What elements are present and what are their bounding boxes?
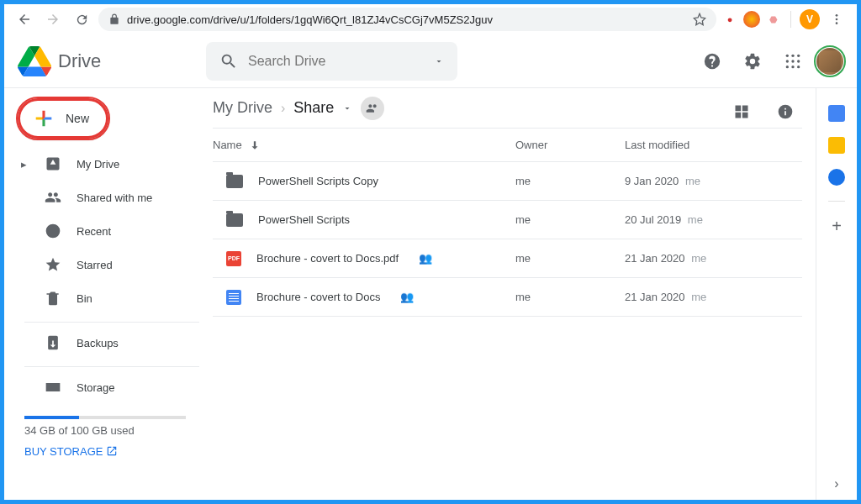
new-button[interactable]: New	[18, 98, 108, 139]
sidebar-item-backups[interactable]: Backups	[4, 326, 199, 360]
buy-storage-label: BUY STORAGE	[24, 445, 103, 458]
storage-usage-text: 34 GB of 100 GB used	[24, 424, 186, 437]
svg-point-3	[786, 54, 789, 56]
shared-indicator[interactable]	[361, 97, 384, 120]
file-owner: me	[515, 291, 625, 303]
forward-button[interactable]	[41, 8, 65, 31]
svg-point-1	[836, 18, 838, 21]
file-modified: 21 Jan 2020 me	[625, 252, 802, 265]
extension-icon-1[interactable]: ●	[721, 11, 738, 28]
side-panel: + ›	[816, 88, 857, 500]
chrome-profile-avatar[interactable]: V	[800, 9, 820, 29]
col-name-label: Name	[213, 139, 242, 151]
expand-icon[interactable]: ▸	[21, 158, 29, 171]
drive-header: Drive	[4, 34, 857, 88]
storage-fill	[24, 416, 79, 419]
details-button[interactable]	[769, 95, 802, 129]
support-button[interactable]	[695, 45, 729, 78]
app-name: Drive	[58, 50, 101, 72]
back-button[interactable]	[13, 8, 36, 31]
collapse-sidepanel-button[interactable]: ›	[834, 476, 838, 491]
breadcrumb-current[interactable]: Share	[293, 99, 334, 117]
backups-icon	[45, 334, 61, 351]
star-icon[interactable]	[693, 13, 706, 26]
apps-button[interactable]	[776, 45, 810, 78]
file-row[interactable]: PDFBrochure - covert to Docs.pdf👥me21 Ja…	[213, 239, 802, 278]
calendar-addon-icon[interactable]	[828, 105, 845, 122]
col-owner-header[interactable]: Owner	[515, 139, 625, 151]
search-input[interactable]	[248, 54, 424, 69]
bin-icon	[45, 290, 61, 307]
file-row[interactable]: Brochure - covert to Docs👥me21 Jan 2020 …	[213, 278, 802, 317]
sidebar-item-label: Starred	[77, 259, 113, 271]
sidebar-item-starred[interactable]: Starred	[4, 248, 199, 281]
svg-point-11	[797, 66, 800, 68]
file-modified: 20 Jul 2019 me	[625, 213, 802, 226]
file-owner: me	[515, 213, 625, 226]
sidebar-item-label: Bin	[77, 292, 92, 305]
file-modified: 21 Jan 2020 me	[625, 291, 802, 303]
sidebar-item-bin[interactable]: Bin	[4, 281, 199, 315]
sidebar-item-label: My Drive	[77, 158, 119, 171]
divider	[24, 366, 199, 367]
extension-icon-2[interactable]	[743, 11, 760, 28]
file-name: PowerShell Scripts Copy	[258, 175, 378, 187]
chrome-menu-button[interactable]	[825, 8, 848, 31]
sidebar-item-label: Storage	[77, 381, 115, 394]
file-modified: 9 Jan 2020 me	[625, 175, 802, 187]
storage-icon	[45, 379, 61, 396]
settings-button[interactable]	[736, 45, 769, 78]
svg-point-6	[786, 60, 789, 62]
keep-addon-icon[interactable]	[828, 137, 845, 154]
external-link-icon	[106, 445, 118, 457]
sidebar-item-label: Shared with me	[77, 192, 152, 204]
star-icon	[45, 256, 61, 273]
folder-icon	[226, 175, 243, 188]
sidebar-item-mydrive[interactable]: ▸ My Drive	[4, 147, 199, 181]
sidebar-item-storage[interactable]: Storage	[4, 370, 199, 404]
breadcrumb: My Drive › Share	[213, 88, 802, 129]
buy-storage-link[interactable]: BUY STORAGE	[24, 445, 118, 458]
get-addons-button[interactable]: +	[832, 217, 842, 236]
pdf-icon: PDF	[226, 251, 241, 266]
account-avatar[interactable]	[816, 48, 843, 75]
file-name: Brochure - covert to Docs	[256, 291, 380, 303]
search-box[interactable]	[206, 42, 457, 81]
new-button-label: New	[66, 112, 89, 125]
chevron-down-icon[interactable]	[342, 103, 352, 113]
main-area: New ▸ My Drive Shared with me Recent Sta…	[4, 88, 857, 500]
file-row[interactable]: PowerShell Scripts Copyme9 Jan 2020 me	[213, 162, 802, 201]
folder-icon	[226, 213, 243, 227]
browser-toolbar: drive.google.com/drive/u/1/folders/1gqWi…	[4, 4, 857, 34]
svg-point-9	[786, 66, 789, 68]
tasks-addon-icon[interactable]	[828, 169, 845, 186]
sidebar-item-recent[interactable]: Recent	[4, 214, 199, 248]
grid-view-button[interactable]	[725, 95, 758, 129]
address-bar[interactable]: drive.google.com/drive/u/1/folders/1gqWi…	[98, 8, 716, 31]
plus-icon	[32, 107, 55, 130]
sort-arrow-icon[interactable]	[249, 139, 261, 151]
breadcrumb-root[interactable]: My Drive	[213, 99, 272, 117]
file-name: PowerShell Scripts	[258, 213, 350, 226]
sidebar-item-label: Recent	[77, 225, 111, 238]
col-name-header[interactable]: Name	[213, 139, 515, 151]
extension-icon-3[interactable]: ⬣	[765, 11, 782, 28]
shared-icon	[45, 189, 61, 206]
drive-logo-icon	[18, 45, 51, 78]
svg-point-10	[791, 66, 794, 68]
recent-icon	[45, 223, 61, 239]
url-text: drive.google.com/drive/u/1/folders/1gqWi…	[127, 13, 686, 26]
reload-button[interactable]	[70, 8, 93, 31]
lock-icon	[108, 13, 120, 25]
search-dropdown-icon[interactable]	[434, 56, 444, 66]
shared-icon: 👥	[400, 291, 414, 303]
search-icon	[219, 52, 238, 71]
col-modified-header[interactable]: Last modified	[625, 139, 802, 151]
drive-logo[interactable]: Drive	[18, 45, 199, 78]
column-headers: Name Owner Last modified	[213, 129, 802, 162]
divider	[828, 201, 845, 202]
file-row[interactable]: PowerShell Scriptsme20 Jul 2019 me	[213, 201, 802, 239]
mydrive-icon	[45, 155, 61, 172]
sidebar-item-shared[interactable]: Shared with me	[4, 181, 199, 214]
doc-icon	[226, 290, 241, 305]
